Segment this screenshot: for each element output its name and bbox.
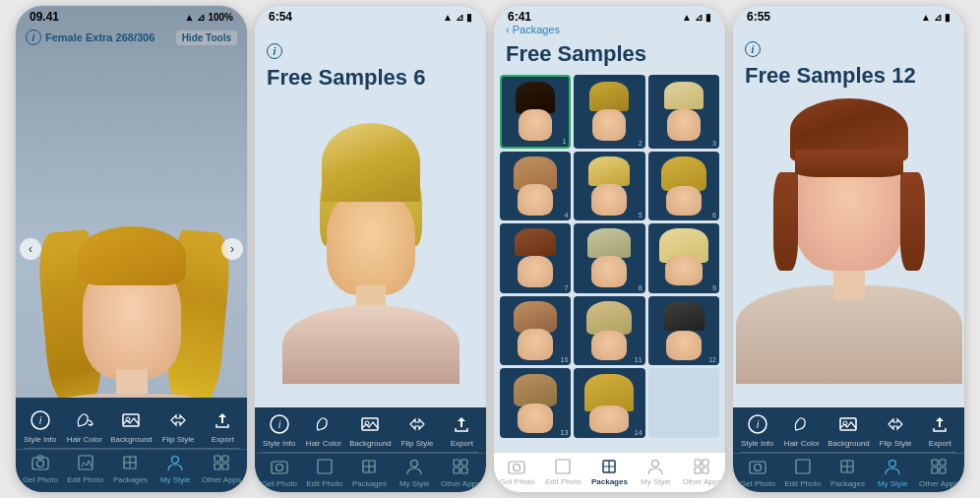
phone1-tab-bar: Get Photo Edit Photo Packages <box>16 449 247 488</box>
status-icons-1: ▲ ⊿ 100% <box>185 12 233 23</box>
phone3-background: 6:41 ▲ ⊿ ▮ ‹ Packages Free Samples <box>494 6 725 492</box>
grid-cell-4[interactable]: 4 <box>500 152 571 221</box>
toolbar-style-info[interactable]: i Style Info <box>22 407 59 444</box>
svg-rect-14 <box>214 464 220 469</box>
p2-background[interactable]: Background <box>349 411 392 448</box>
p4-background[interactable]: Background <box>827 411 870 448</box>
svg-rect-2 <box>123 414 139 426</box>
p3-tab-packages-active[interactable]: Packages <box>589 457 629 486</box>
hairstyle-grid: 1 2 3 <box>500 75 719 438</box>
status-bar-3: 6:41 ▲ ⊿ ▮ <box>494 6 725 26</box>
p4-hair-color-label: Hair Color <box>784 439 820 448</box>
p2-tab-my-style[interactable]: My Style <box>396 456 433 488</box>
svg-point-5 <box>36 461 43 467</box>
p4-export-label: Export <box>929 439 951 448</box>
p2-export[interactable]: Export <box>443 411 480 448</box>
next-style-button[interactable]: › <box>221 238 243 260</box>
p3-tab-my-style[interactable]: My Style <box>636 457 675 486</box>
phone2-tab-bar: Get Photo Edit Photo Packages <box>255 453 486 492</box>
status-bar-1: 09.41 ▲ ⊿ 100% <box>16 6 247 26</box>
grid-cell-11[interactable]: 11 <box>574 296 644 366</box>
hide-tools-button[interactable]: Hide Tools <box>176 31 237 45</box>
grid-cell-13[interactable]: 13 <box>500 368 571 438</box>
p2-flip-style[interactable]: Flip Style <box>398 411 436 448</box>
get-photo-icon <box>30 452 51 473</box>
prev-style-button[interactable]: ‹ <box>20 238 41 260</box>
signal-icon-2: ▲ <box>443 12 453 23</box>
tab-my-style-active[interactable]: My Style <box>156 452 194 484</box>
grid-cell-8[interactable]: 8 <box>574 223 644 293</box>
p3-other-apps-icon <box>692 457 711 476</box>
p2-style-info[interactable]: i Style Info <box>261 411 298 448</box>
tab-packages[interactable]: Packages <box>111 452 149 484</box>
p4-hair-color[interactable]: Hair Color <box>783 411 821 448</box>
status-icons-3: ▲ ⊿ ▮ <box>682 12 711 23</box>
p4-export-icon <box>927 411 952 437</box>
p2-tab-get-photo[interactable]: Get Photo <box>261 456 298 488</box>
info-icon-4[interactable]: i <box>745 41 761 57</box>
p3-tab-other-apps[interactable]: Other Apps <box>682 457 721 486</box>
svg-text:i: i <box>39 415 42 426</box>
p3-tab-got-photo[interactable]: Got Photo <box>497 457 536 486</box>
grid-cell-2[interactable]: 2 <box>574 75 644 149</box>
other-apps-icon <box>211 452 232 473</box>
phone1-toolbar-top: i Style Info Hair Color B <box>16 404 247 448</box>
toolbar-hair-color[interactable]: Hair Color <box>66 407 103 444</box>
p2-tab-other-apps[interactable]: Other Apps <box>441 456 480 488</box>
grid-cell-7[interactable]: 7 <box>500 223 571 293</box>
p4-tab-get-photo[interactable]: Get Photo <box>739 456 776 488</box>
p4-tab-other-apps[interactable]: Other Apps <box>919 456 958 488</box>
toolbar-flip-style[interactable]: Flip Style <box>159 407 197 444</box>
p2-tab-edit-photo[interactable]: Edit Photo <box>306 456 343 488</box>
signal-3: ▲ <box>682 12 692 23</box>
phone3-tab-bar: Got Photo Edit Photo Packages <box>494 452 725 492</box>
p4-packages-label: Packages <box>830 479 865 488</box>
info-icon[interactable]: i <box>26 30 41 45</box>
p4-tab-packages[interactable]: Packages <box>828 456 866 488</box>
edit-photo-label: Edit Photo <box>67 475 103 484</box>
p4-style-info-label: Style Info <box>741 439 773 448</box>
grid-num-12: 12 <box>708 356 716 363</box>
status-icons-4: ▲ ⊿ ▮ <box>921 12 950 23</box>
phone4-header: i Free Samples 12 <box>745 24 952 89</box>
grid-cell-12[interactable]: 12 <box>648 296 719 366</box>
grid-cell-10[interactable]: 10 <box>500 296 571 366</box>
grid-cell-14[interactable]: 14 <box>574 368 644 438</box>
flip-style-label: Flip Style <box>162 435 195 444</box>
grid-cell-9[interactable]: 9 <box>648 223 719 293</box>
tab-other-apps[interactable]: Other Apps <box>202 452 241 484</box>
get-photo-label: Get Photo <box>23 475 58 484</box>
p4-tab-my-style-active[interactable]: My Style <box>874 456 911 488</box>
battery-icon-2: ▮ <box>466 12 472 23</box>
toolbar-background[interactable]: Background <box>110 407 153 444</box>
p4-export[interactable]: Export <box>921 411 958 448</box>
info-icon-2[interactable]: i <box>267 43 282 59</box>
grid-cell-empty <box>648 368 719 438</box>
p4-tab-edit-photo[interactable]: Edit Photo <box>784 456 822 488</box>
p3-my-style-label: My Style <box>641 477 671 486</box>
svg-rect-38 <box>695 460 701 466</box>
grid-cell-5[interactable]: 5 <box>574 152 644 221</box>
grid-cell-3[interactable]: 3 <box>648 75 719 149</box>
p4-hair-color-icon <box>789 411 815 437</box>
status-bar-2: 6:54 ▲ ⊿ ▮ <box>255 6 486 26</box>
p4-style-info[interactable]: i Style Info <box>739 411 776 448</box>
wifi-4: ⊿ <box>934 12 942 23</box>
svg-rect-31 <box>509 462 524 473</box>
grid-cell-6[interactable]: 6 <box>648 152 719 221</box>
tab-get-photo[interactable]: Get Photo <box>22 452 59 484</box>
p2-hair-color[interactable]: Hair Color <box>305 411 342 448</box>
p3-tab-edit-photo[interactable]: Edit Photo <box>543 457 582 486</box>
svg-rect-53 <box>932 460 938 466</box>
p3-packages-icon <box>599 457 619 476</box>
phone4-toolbar-top: i Style Info Hair Color B <box>733 407 964 452</box>
tab-edit-photo[interactable]: Edit Photo <box>67 452 104 484</box>
svg-rect-22 <box>318 460 332 473</box>
p4-shoulders <box>736 285 962 384</box>
p4-flip-style[interactable]: Flip Style <box>877 411 914 448</box>
svg-rect-27 <box>454 460 459 466</box>
grid-cell-1[interactable]: 1 <box>500 75 571 149</box>
toolbar-export[interactable]: Export <box>204 407 241 444</box>
p2-tab-packages[interactable]: Packages <box>350 456 388 488</box>
svg-text:i: i <box>278 419 281 430</box>
